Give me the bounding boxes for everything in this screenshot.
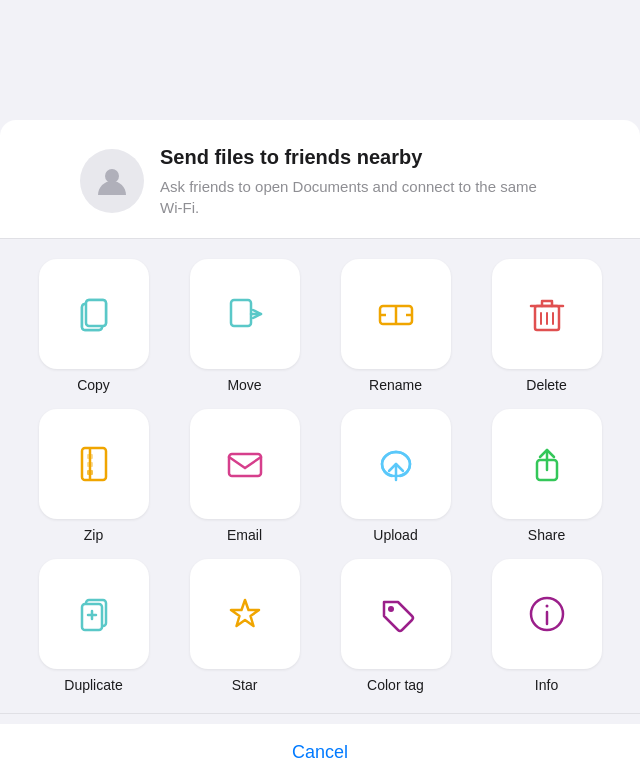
- action-star[interactable]: Star: [175, 559, 314, 693]
- header: Send files to friends nearby Ask friends…: [0, 120, 640, 239]
- avatar: [80, 149, 144, 213]
- action-delete[interactable]: Delete: [477, 259, 616, 393]
- rename-label: Rename: [369, 377, 422, 393]
- svg-rect-4: [86, 300, 106, 326]
- email-icon-box: [190, 409, 300, 519]
- cancel-button[interactable]: Cancel: [0, 724, 640, 781]
- copy-icon: [72, 292, 116, 336]
- zip-icon-box: [39, 409, 149, 519]
- rename-icon-box: [341, 259, 451, 369]
- action-email[interactable]: Email: [175, 409, 314, 543]
- header-text: Send files to friends nearby Ask friends…: [160, 144, 560, 218]
- action-duplicate[interactable]: Duplicate: [24, 559, 163, 693]
- email-icon: [223, 442, 267, 486]
- divider: [0, 713, 640, 714]
- action-copy[interactable]: Copy: [24, 259, 163, 393]
- move-icon-box: [190, 259, 300, 369]
- email-label: Email: [227, 527, 262, 543]
- share-label: Share: [528, 527, 565, 543]
- share-icon-box: [492, 409, 602, 519]
- upload-icon-box: [341, 409, 451, 519]
- info-label: Info: [535, 677, 558, 693]
- svg-point-0: [105, 169, 119, 183]
- upload-label: Upload: [373, 527, 417, 543]
- action-info[interactable]: Info: [477, 559, 616, 693]
- svg-rect-22: [87, 462, 93, 467]
- share-icon: [525, 442, 569, 486]
- header-subtitle: Ask friends to open Documents and connec…: [160, 176, 560, 218]
- star-icon-box: [190, 559, 300, 669]
- action-move[interactable]: Move: [175, 259, 314, 393]
- action-zip[interactable]: Zip: [24, 409, 163, 543]
- action-sheet: Send files to friends nearby Ask friends…: [0, 120, 640, 781]
- zip-label: Zip: [84, 527, 103, 543]
- copy-label: Copy: [77, 377, 110, 393]
- info-icon-box: [492, 559, 602, 669]
- delete-label: Delete: [526, 377, 566, 393]
- move-icon: [223, 292, 267, 336]
- info-icon: [525, 592, 569, 636]
- action-rename[interactable]: Rename: [326, 259, 465, 393]
- delete-icon: [525, 292, 569, 336]
- action-color-tag[interactable]: Color tag: [326, 559, 465, 693]
- duplicate-icon: [72, 592, 116, 636]
- action-share[interactable]: Share: [477, 409, 616, 543]
- svg-point-32: [388, 606, 394, 612]
- svg-point-35: [545, 605, 548, 608]
- color-tag-label: Color tag: [367, 677, 424, 693]
- star-label: Star: [232, 677, 258, 693]
- svg-rect-19: [82, 448, 106, 480]
- zip-icon: [72, 442, 116, 486]
- move-label: Move: [227, 377, 261, 393]
- star-icon: [223, 592, 267, 636]
- svg-rect-23: [87, 470, 93, 475]
- rename-icon: [374, 292, 418, 336]
- svg-rect-5: [231, 300, 251, 326]
- color-tag-icon: [374, 592, 418, 636]
- delete-icon-box: [492, 259, 602, 369]
- duplicate-label: Duplicate: [64, 677, 122, 693]
- svg-rect-21: [87, 454, 93, 459]
- person-icon: [94, 163, 130, 199]
- svg-rect-24: [229, 454, 261, 476]
- actions-grid: Copy Move Rename: [0, 239, 640, 713]
- duplicate-icon-box: [39, 559, 149, 669]
- copy-icon-box: [39, 259, 149, 369]
- header-title: Send files to friends nearby: [160, 144, 560, 170]
- color-tag-icon-box: [341, 559, 451, 669]
- upload-icon: [374, 442, 418, 486]
- action-upload[interactable]: Upload: [326, 409, 465, 543]
